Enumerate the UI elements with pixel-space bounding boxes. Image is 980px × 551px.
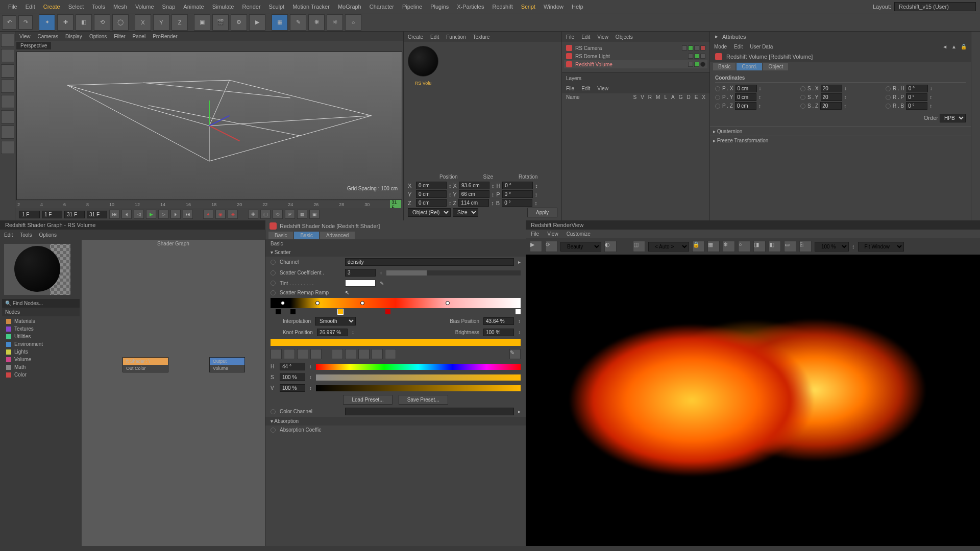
clapper-icon[interactable]: 🎬 [212, 14, 229, 31]
ramp-handle[interactable] [276, 309, 281, 314]
eyedropper-icon[interactable]: ✎ [509, 349, 521, 359]
sg-options[interactable]: Options [39, 232, 57, 238]
spline-icon[interactable]: ✎ [290, 14, 306, 31]
scatter-section[interactable]: ▾ Scatter [265, 248, 526, 257]
scatter-coef-field[interactable] [345, 269, 376, 277]
rot-p-field[interactable] [502, 190, 533, 198]
anim-dot[interactable] [886, 86, 891, 91]
size-x-field[interactable] [459, 182, 489, 189]
object-row-light[interactable]: RS Dome Light [564, 52, 707, 60]
ramp-handles[interactable] [271, 309, 521, 315]
absorption-section[interactable]: ▾ Absorption [265, 417, 526, 425]
menu-volume[interactable]: Volume [131, 2, 158, 12]
axis-y-button[interactable]: Y [153, 14, 169, 31]
ramp-knot[interactable] [281, 301, 285, 305]
pla-key-icon[interactable]: ▦ [297, 210, 307, 219]
vp-view[interactable]: View [19, 34, 31, 39]
layers-file[interactable]: File [566, 86, 574, 91]
fit-dropdown[interactable]: Fit Window [858, 242, 904, 252]
lasso-tool[interactable]: ◯ [112, 14, 129, 31]
menu-tools[interactable]: Tools [88, 2, 109, 12]
pz-field[interactable] [735, 102, 756, 110]
vp-panel[interactable]: Panel [133, 34, 146, 39]
menu-file[interactable]: File [4, 2, 21, 12]
node-category[interactable]: Materials [3, 317, 79, 325]
object-row-camera[interactable]: RS Camera [564, 44, 707, 52]
generator-icon[interactable]: ❋ [308, 14, 325, 31]
anim-dot[interactable] [271, 428, 276, 433]
tab-coord[interactable]: Coord. [737, 63, 762, 70]
tab-object[interactable]: Object [763, 63, 788, 70]
uv-mode-icon[interactable] [1, 141, 14, 154]
tab-basic2[interactable]: Basic [294, 232, 318, 239]
color-channel-field[interactable] [345, 408, 514, 415]
menu-edit[interactable]: Edit [21, 2, 39, 12]
node-category[interactable]: Volume [3, 356, 79, 363]
select-tool[interactable]: ✦ [39, 14, 55, 31]
material-preview[interactable] [408, 46, 438, 77]
axis-x-button[interactable]: X [135, 14, 151, 31]
ramp-tool-4[interactable] [310, 349, 322, 359]
render-refresh-icon[interactable]: ⟳ [545, 241, 557, 252]
om-view[interactable]: View [597, 34, 608, 40]
object-mode-dropdown[interactable]: Object (Rel) [408, 208, 451, 217]
menu-simulate[interactable]: Simulate [208, 2, 238, 12]
ramp-tool-6[interactable] [345, 349, 356, 359]
anim-dot[interactable] [715, 86, 720, 91]
shader-graph-canvas[interactable]: Shader Graph ft Shader : \ Out Color Out… [82, 240, 265, 546]
menu-window[interactable]: Window [540, 2, 568, 12]
attr-edit[interactable]: Edit [734, 44, 743, 49]
render-settings-icon[interactable]: ⚙ [231, 14, 247, 31]
freeze-section[interactable]: ▸ Freeze Transformation [710, 136, 971, 145]
menu-pipeline[interactable]: Pipeline [398, 2, 426, 12]
step-fwd-icon[interactable]: ⏵ [170, 210, 181, 219]
history-icon[interactable]: ▭ [784, 241, 796, 252]
sg-tools[interactable]: Tools [20, 232, 32, 238]
rv-file[interactable]: File [531, 231, 539, 237]
sz-field[interactable] [820, 102, 842, 110]
frame-start-field[interactable] [19, 211, 40, 218]
crop-icon[interactable]: ◫ [633, 241, 645, 252]
redo-button[interactable]: ↷ [18, 15, 33, 30]
find-nodes-input[interactable]: 🔍 Find Nodes... [2, 299, 80, 308]
auto-dropdown[interactable]: < Auto > [648, 242, 689, 252]
poly-mode-icon[interactable] [1, 126, 14, 139]
next-key-icon[interactable]: ▷ [158, 210, 168, 219]
menu-render[interactable]: Render [238, 2, 264, 12]
deformer-icon[interactable]: ❈ [327, 14, 343, 31]
goto-start-icon[interactable]: ⏮ [109, 210, 119, 219]
mat-edit[interactable]: Edit [430, 34, 439, 40]
scatter-coef-slider[interactable] [386, 270, 521, 276]
attr-nav-up-icon[interactable]: ▲ [951, 44, 957, 49]
node-category[interactable]: Textures [3, 325, 79, 333]
record-icon[interactable]: ● [203, 210, 213, 219]
output-node[interactable]: Output Volume [209, 357, 245, 372]
ramp-tool-1[interactable] [271, 349, 282, 359]
tab-advanced[interactable]: Advanced [320, 232, 355, 239]
save-preset-button[interactable]: Save Preset... [399, 395, 448, 405]
ramp-tool-9[interactable] [385, 349, 396, 359]
sg-edit[interactable]: Edit [4, 232, 13, 238]
order-dropdown[interactable]: HPB [940, 114, 966, 122]
rot-h-field[interactable] [502, 182, 533, 189]
ramp-handle[interactable] [516, 309, 521, 314]
ramp-tool-5[interactable] [332, 349, 343, 359]
shader-preview[interactable] [4, 244, 70, 295]
scale-tool[interactable]: ◧ [76, 14, 92, 31]
render-viewport[interactable] [526, 255, 980, 546]
scale-key-icon[interactable]: ▢ [260, 210, 271, 219]
menu-redshift[interactable]: Redshift [488, 2, 517, 12]
ramp-tool-8[interactable] [372, 349, 383, 359]
zoom-dropdown[interactable]: 100 % [815, 242, 849, 252]
anim-dot[interactable] [715, 95, 720, 100]
texture-mode-icon[interactable] [1, 64, 14, 78]
eyedropper-icon[interactable]: ✎ [380, 281, 384, 286]
frame-end-field[interactable] [87, 211, 107, 218]
circle-icon[interactable]: ○ [738, 241, 750, 252]
channel-field[interactable] [345, 258, 514, 266]
anim-dot[interactable] [800, 86, 805, 91]
rotate-tool[interactable]: ⟲ [94, 14, 110, 31]
px-field[interactable] [736, 85, 757, 92]
rv-view[interactable]: View [547, 231, 558, 237]
bias-field[interactable] [483, 317, 514, 325]
